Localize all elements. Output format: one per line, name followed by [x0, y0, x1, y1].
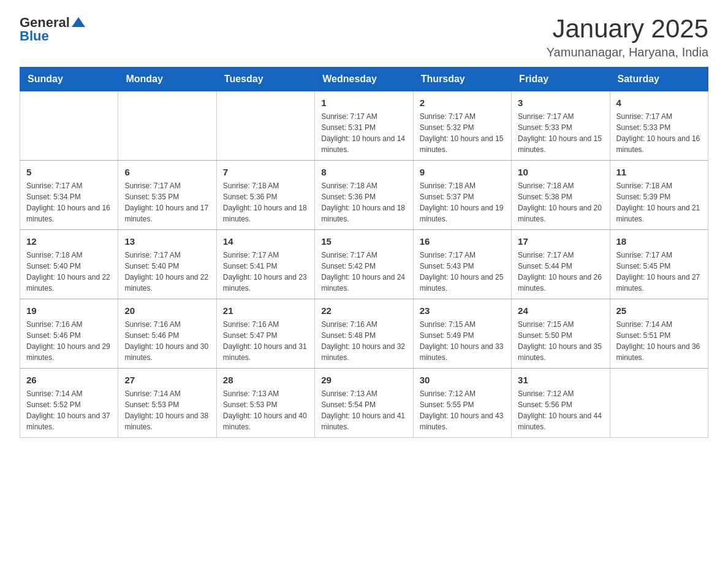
daylight-text: Daylight: 10 hours and 33 minutes. — [420, 341, 505, 363]
header-friday: Friday — [512, 67, 610, 91]
day-number: 29 — [321, 373, 406, 386]
table-row: 22Sunrise: 7:16 AMSunset: 5:48 PMDayligh… — [315, 299, 413, 369]
table-row — [610, 369, 708, 438]
cell-info: Sunrise: 7:15 AMSunset: 5:49 PMDaylight:… — [420, 319, 505, 363]
table-row: 6Sunrise: 7:17 AMSunset: 5:35 PMDaylight… — [118, 161, 216, 230]
table-row: 7Sunrise: 7:18 AMSunset: 5:36 PMDaylight… — [216, 161, 314, 230]
sunrise-text: Sunrise: 7:17 AM — [420, 111, 505, 122]
sunset-text: Sunset: 5:40 PM — [124, 261, 210, 272]
calendar-subtitle: Yamunanagar, Haryana, India — [547, 45, 708, 59]
sunrise-text: Sunrise: 7:17 AM — [616, 250, 702, 261]
day-number: 21 — [223, 304, 308, 317]
daylight-text: Daylight: 10 hours and 14 minutes. — [321, 133, 406, 155]
weekday-header-row: Sunday Monday Tuesday Wednesday Thursday… — [20, 67, 708, 91]
cell-info: Sunrise: 7:17 AMSunset: 5:35 PMDaylight:… — [124, 180, 210, 224]
day-number: 7 — [223, 166, 308, 178]
cell-info: Sunrise: 7:17 AMSunset: 5:33 PMDaylight:… — [518, 111, 603, 155]
cell-info: Sunrise: 7:17 AMSunset: 5:32 PMDaylight:… — [420, 111, 505, 155]
sunrise-text: Sunrise: 7:17 AM — [124, 250, 210, 261]
cell-info: Sunrise: 7:16 AMSunset: 5:46 PMDaylight:… — [26, 319, 112, 363]
table-row: 5Sunrise: 7:17 AMSunset: 5:34 PMDaylight… — [20, 161, 118, 230]
daylight-text: Daylight: 10 hours and 24 minutes. — [321, 272, 406, 294]
daylight-text: Daylight: 10 hours and 20 minutes. — [518, 202, 603, 224]
cell-info: Sunrise: 7:17 AMSunset: 5:34 PMDaylight:… — [26, 180, 112, 224]
daylight-text: Daylight: 10 hours and 15 minutes. — [420, 133, 505, 155]
sunset-text: Sunset: 5:45 PM — [616, 261, 702, 272]
day-number: 24 — [518, 304, 603, 317]
daylight-text: Daylight: 10 hours and 41 minutes. — [321, 410, 406, 432]
sunset-text: Sunset: 5:46 PM — [26, 330, 112, 341]
day-number: 19 — [26, 304, 112, 317]
sunset-text: Sunset: 5:41 PM — [223, 261, 308, 272]
daylight-text: Daylight: 10 hours and 26 minutes. — [518, 272, 603, 294]
sunrise-text: Sunrise: 7:17 AM — [518, 250, 603, 261]
page-header: General Blue January 2025 Yamunanagar, H… — [20, 15, 708, 59]
daylight-text: Daylight: 10 hours and 18 minutes. — [223, 202, 308, 224]
table-row: 15Sunrise: 7:17 AMSunset: 5:42 PMDayligh… — [315, 230, 413, 299]
table-row: 16Sunrise: 7:17 AMSunset: 5:43 PMDayligh… — [413, 230, 511, 299]
sunrise-text: Sunrise: 7:18 AM — [26, 250, 112, 261]
daylight-text: Daylight: 10 hours and 36 minutes. — [616, 341, 702, 363]
daylight-text: Daylight: 10 hours and 38 minutes. — [124, 410, 210, 432]
sunset-text: Sunset: 5:46 PM — [124, 330, 210, 341]
day-number: 16 — [420, 235, 505, 248]
sunrise-text: Sunrise: 7:17 AM — [420, 250, 505, 261]
sunrise-text: Sunrise: 7:18 AM — [616, 180, 702, 191]
day-number: 17 — [518, 235, 603, 248]
day-number: 12 — [26, 235, 112, 248]
cell-info: Sunrise: 7:15 AMSunset: 5:50 PMDaylight:… — [518, 319, 603, 363]
day-number: 14 — [223, 235, 308, 248]
sunset-text: Sunset: 5:47 PM — [223, 330, 308, 341]
header-saturday: Saturday — [610, 67, 708, 91]
header-thursday: Thursday — [413, 67, 511, 91]
cell-info: Sunrise: 7:16 AMSunset: 5:47 PMDaylight:… — [223, 319, 308, 363]
day-number: 18 — [616, 235, 702, 248]
daylight-text: Daylight: 10 hours and 37 minutes. — [26, 410, 112, 432]
day-number: 25 — [616, 304, 702, 317]
cell-info: Sunrise: 7:18 AMSunset: 5:36 PMDaylight:… — [321, 180, 406, 224]
cell-info: Sunrise: 7:18 AMSunset: 5:36 PMDaylight:… — [223, 180, 308, 224]
daylight-text: Daylight: 10 hours and 44 minutes. — [518, 410, 603, 432]
sunset-text: Sunset: 5:34 PM — [26, 191, 112, 202]
cell-info: Sunrise: 7:17 AMSunset: 5:45 PMDaylight:… — [616, 250, 702, 294]
daylight-text: Daylight: 10 hours and 31 minutes. — [223, 341, 308, 363]
calendar-row: 19Sunrise: 7:16 AMSunset: 5:46 PMDayligh… — [20, 299, 708, 369]
svg-marker-0 — [72, 17, 85, 27]
sunrise-text: Sunrise: 7:18 AM — [223, 180, 308, 191]
table-row: 25Sunrise: 7:14 AMSunset: 5:51 PMDayligh… — [610, 299, 708, 369]
table-row: 19Sunrise: 7:16 AMSunset: 5:46 PMDayligh… — [20, 299, 118, 369]
sunset-text: Sunset: 5:36 PM — [321, 191, 406, 202]
day-number: 31 — [518, 373, 603, 386]
sunrise-text: Sunrise: 7:13 AM — [223, 388, 308, 399]
table-row: 24Sunrise: 7:15 AMSunset: 5:50 PMDayligh… — [512, 299, 610, 369]
header-monday: Monday — [118, 67, 216, 91]
calendar-row: 5Sunrise: 7:17 AMSunset: 5:34 PMDaylight… — [20, 161, 708, 230]
sunset-text: Sunset: 5:31 PM — [321, 122, 406, 133]
sunrise-text: Sunrise: 7:13 AM — [321, 388, 406, 399]
day-number: 10 — [518, 166, 603, 178]
sunrise-text: Sunrise: 7:15 AM — [420, 319, 505, 330]
cell-info: Sunrise: 7:13 AMSunset: 5:54 PMDaylight:… — [321, 388, 406, 432]
sunrise-text: Sunrise: 7:12 AM — [420, 388, 505, 399]
table-row: 10Sunrise: 7:18 AMSunset: 5:38 PMDayligh… — [512, 161, 610, 230]
sunset-text: Sunset: 5:54 PM — [321, 399, 406, 410]
sunset-text: Sunset: 5:53 PM — [223, 399, 308, 410]
sunrise-text: Sunrise: 7:15 AM — [518, 319, 603, 330]
sunset-text: Sunset: 5:56 PM — [518, 399, 603, 410]
sunset-text: Sunset: 5:49 PM — [420, 330, 505, 341]
sunset-text: Sunset: 5:36 PM — [223, 191, 308, 202]
daylight-text: Daylight: 10 hours and 22 minutes. — [26, 272, 112, 294]
day-number: 23 — [420, 304, 505, 317]
logo-blue-text: Blue — [20, 28, 49, 44]
sunrise-text: Sunrise: 7:17 AM — [616, 111, 702, 122]
sunset-text: Sunset: 5:52 PM — [26, 399, 112, 410]
sunrise-text: Sunrise: 7:17 AM — [124, 180, 210, 191]
daylight-text: Daylight: 10 hours and 32 minutes. — [321, 341, 406, 363]
table-row — [216, 91, 314, 161]
day-number: 26 — [26, 373, 112, 386]
day-number: 27 — [124, 373, 210, 386]
calendar-row: 12Sunrise: 7:18 AMSunset: 5:40 PMDayligh… — [20, 230, 708, 299]
sunrise-text: Sunrise: 7:17 AM — [321, 250, 406, 261]
day-number: 30 — [420, 373, 505, 386]
sunset-text: Sunset: 5:33 PM — [616, 122, 702, 133]
